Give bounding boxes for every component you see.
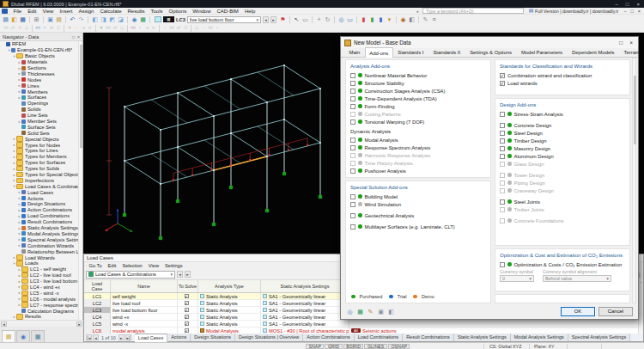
checkbox-tower-design[interactable] [500,173,505,178]
checkbox-response-spectrum-analysis[interactable] [350,145,355,150]
dialog-tab-standards-ii[interactable]: Standards II [428,46,465,57]
checkbox-stress-strain-analysis[interactable] [500,112,505,117]
nav-tab-display[interactable]: ◉ [16,330,30,342]
to-solve-checkbox[interactable]: ✓ [185,301,189,305]
checkbox-time-history-analysis[interactable] [350,161,355,166]
tree-item-action-combinations[interactable]: ▸Action Combinations [0,207,79,213]
favorites-icon[interactable]: ◎ [346,308,354,315]
to-solve-checkbox[interactable]: ✓ [185,321,189,326]
nav-tab-views[interactable]: ▦ [31,330,45,342]
scroll-right-button[interactable]: ▸ [76,321,82,327]
dimension-icon[interactable]: ▭ [130,25,137,32]
menu-insert[interactable]: Insert [57,9,76,14]
checkbox-concrete-design[interactable] [500,123,505,128]
sort-icon[interactable]: ▾ [386,15,393,23]
menu-assign[interactable]: Assign [76,9,97,14]
tree-item-line-sets[interactable]: Line Sets [0,113,79,119]
to-solve-checkbox[interactable]: ✓ [185,315,189,319]
clipping-icon[interactable]: ▹ [150,25,157,32]
checkbox-modal-analysis[interactable] [350,138,355,143]
addon-steel-joints[interactable]: Steel Joints [500,198,625,205]
row-header-lc1[interactable]: LC1 [84,293,111,299]
dialog-scrollbar[interactable] [632,58,636,303]
first-page-button[interactable]: |◂ [86,334,92,340]
column-header-static-analysis-settings[interactable]: Static Analysis Settings [261,280,349,292]
table-tab-action-combinations[interactable]: Action Combinations [303,334,354,341]
dialog-tab-dependent-models[interactable]: Dependent Models [568,46,619,57]
grid-icon[interactable]: ▱ [175,25,182,32]
numbering-nodes-icon[interactable]: ▮ [368,15,376,23]
dialog-tab-main[interactable]: Main [344,46,365,57]
toggle-osnap[interactable]: OSNAP [388,344,410,349]
tree-item-example-01-en-cen-rf6[interactable]: ▾Example-01-EN-CEN.rf6* [0,47,79,53]
tree-item-basic-objects[interactable]: ▾Basic Objects [0,53,79,59]
addon-stress-strain-analysis[interactable]: Stress-Strain Analysis [500,110,625,118]
tree-item-surfaces[interactable]: ▸Surfaces [0,95,79,101]
maximize-button[interactable]: □ [626,2,629,7]
draw-beam-icon[interactable]: ▫ [41,25,48,32]
cell-settings[interactable]: SA1 - Geometrically linear [261,307,349,313]
row-header-lc4[interactable]: LC4 [84,314,111,320]
checkbox-load-wizards[interactable]: ✓ [500,81,505,86]
nodal-load-icon[interactable]: ▿ [98,25,105,32]
table-tab-design-situations[interactable]: Design Situations [191,334,235,341]
tree-item-lc1-self-weight[interactable]: ▸LC1 - self weight [0,266,79,272]
tree-item-static-analysis-settings[interactable]: ▸Static Analysis Settings [0,225,79,231]
checkbox-steel-design[interactable] [500,131,505,136]
cell-settings[interactable]: SA1 - Geometrically linear [261,314,349,320]
checkbox-timber-design[interactable] [500,138,505,144]
addon-building-model[interactable]: Building Model [350,193,486,200]
toggle-grid[interactable]: GRID [325,344,342,349]
next-load-case-button[interactable]: ▸ [270,16,276,23]
hinge-icon[interactable]: ◦ [73,25,80,32]
display-settings-icon[interactable]: ≡ [430,15,438,23]
tree-item-special-objects[interactable]: ▸Special Objects [0,136,79,142]
nav-tab-data[interactable]: ▤ [2,330,15,342]
cell-analysis-type[interactable]: Static Analysis [198,293,261,299]
table-tab-actions[interactable]: Actions [167,334,191,341]
tree-item-results[interactable]: ▸Results [0,314,79,320]
tree-item-lc7-response-spectra-analysis[interactable]: ▸LC7 - response spectra analysis [0,302,79,308]
zoom-window-icon[interactable]: ▭ [346,15,354,23]
visibility-icon[interactable]: ◉ [399,15,407,23]
paste-icon[interactable]: ▤ [55,15,63,23]
checkbox-optimization-costs-co-emission-estimation[interactable] [500,262,505,267]
addon-pushover-analysis[interactable]: Pushover Analysis [350,167,486,174]
table-tab-result-combinations[interactable]: Result Combinations [403,334,454,341]
next-group-button[interactable]: ▸ [185,271,191,278]
addon-piping-design[interactable]: Piping Design [500,179,625,187]
guide-line-icon[interactable]: ▭ [168,25,175,32]
checkbox-wind-simulation[interactable] [350,202,355,207]
load-case-combo[interactable]: live load bottom floor ▾ [187,16,261,23]
tree-item-result-combinations[interactable]: ▸Result Combinations [0,219,79,225]
cell-analysis-type[interactable]: Static Analysis [198,300,261,306]
cell-name[interactable]: live load roof [111,300,178,306]
search-input[interactable]: Type a keyword (Alt+Q) [422,8,524,14]
draw-member-icon[interactable]: ▭ [34,25,41,32]
tree-item-nodes[interactable]: ▸Nodes [0,77,79,83]
block-icon[interactable]: ▭ [207,25,214,32]
tree-item-load-cases[interactable]: ▸Load Cases [0,189,79,195]
selected-member[interactable] [214,156,267,170]
row-header-lc2[interactable]: LC2 [84,300,111,306]
surface-load-icon[interactable]: ▱ [112,25,118,32]
addon-timber-design[interactable]: Timber Design [500,137,625,144]
dialog-tab-settings-options[interactable]: Settings & Options [465,46,517,57]
lc-menu-view[interactable]: View [145,263,161,268]
cell-analysis-type[interactable]: Static Analysis [198,307,261,313]
dialog-close-button[interactable]: × [629,40,633,46]
menu-view[interactable]: View [39,9,57,14]
print-icon[interactable]: ⊞ [33,15,40,23]
table-icon[interactable]: ▦ [356,308,364,315]
view-y-icon[interactable]: ◩ [108,15,116,23]
menu-edit[interactable]: Edit [25,9,39,14]
checkbox-cutting-patterns[interactable] [350,112,355,117]
minimize-button[interactable]: – [616,2,618,7]
history-icon[interactable]: ▫ [214,25,221,32]
addon-form-finding[interactable]: Form-Finding [350,102,486,110]
row-header-lc5[interactable]: LC5 [84,321,111,327]
menu-help[interactable]: Help [241,9,258,14]
tree-item-solids[interactable]: Solids [0,107,79,113]
addon-combination-wizard-and-classification[interactable]: ✓Combination wizard and classification [500,71,625,79]
previous-group-button[interactable]: ◂ [177,271,183,278]
